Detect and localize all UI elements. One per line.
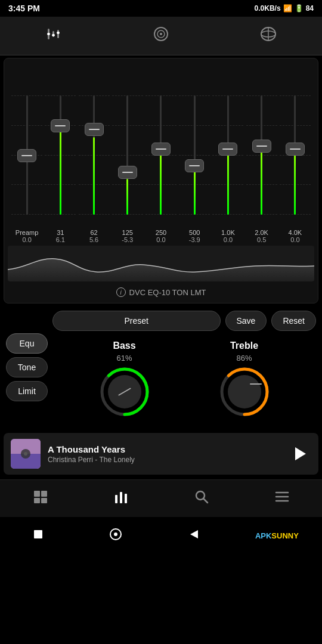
thumb-31[interactable]: [51, 119, 70, 132]
preset-button[interactable]: Preset: [52, 311, 221, 331]
label-31: 31: [57, 229, 64, 236]
svg-rect-32: [34, 530, 42, 538]
svg-rect-3: [47, 33, 50, 35]
slider-62[interactable]: [83, 83, 105, 227]
thumb-1k[interactable]: [218, 143, 237, 156]
thumb-500[interactable]: [185, 159, 204, 172]
slider-1k[interactable]: [217, 83, 239, 227]
fill-4k: [294, 155, 296, 215]
fill-2k: [261, 152, 262, 215]
fill-250: [160, 155, 162, 215]
treble-label: Treble: [230, 340, 258, 351]
label-1k: 1.0K: [221, 229, 235, 236]
eq-band-125: 125 -5.3: [111, 83, 144, 243]
eq-band-preamp: Preamp 0.0: [10, 83, 44, 243]
status-time: 3:45 PM: [8, 4, 40, 13]
value-62: 5.6: [89, 236, 98, 243]
label-500: 500: [189, 229, 200, 236]
info-icon: i: [116, 287, 126, 297]
right-controls-section: Preset Save Reset Bass 61%: [52, 311, 316, 423]
nav-search[interactable]: [185, 487, 218, 510]
battery-level: 84: [306, 4, 314, 13]
treble-knob[interactable]: [218, 365, 271, 419]
eq-curve: [8, 246, 314, 281]
nav-visualizer[interactable]: [104, 488, 138, 509]
label-62: 62: [90, 229, 97, 236]
svg-rect-26: [125, 494, 127, 503]
system-nav: APKSUNNY: [0, 517, 322, 554]
tab-spatial[interactable]: [248, 23, 289, 49]
nav-home[interactable]: [24, 488, 57, 509]
thumb-4k[interactable]: [286, 143, 305, 156]
slider-500[interactable]: [184, 83, 205, 227]
tab-tone[interactable]: [141, 23, 181, 49]
top-controls-row: Preset Save Reset: [52, 311, 316, 331]
eq-band-31: 31 6.1: [44, 83, 77, 243]
knobs-area: Bass 61% Treble 86%: [52, 336, 316, 423]
fill-500: [194, 172, 196, 215]
label-250: 250: [156, 229, 166, 236]
limit-button[interactable]: Limit: [6, 381, 48, 401]
thumb-250[interactable]: [151, 143, 171, 156]
track-title: A Thousand Years: [48, 444, 283, 454]
value-500: -3.9: [189, 236, 200, 243]
equ-button[interactable]: Equ: [6, 333, 48, 354]
bass-label: Bass: [113, 340, 135, 351]
slider-250[interactable]: [150, 83, 172, 227]
save-button[interactable]: Save: [225, 311, 267, 331]
value-250: 0.0: [156, 236, 165, 243]
thumb-62[interactable]: [85, 123, 104, 136]
label-125: 125: [122, 229, 133, 236]
fill-62: [93, 137, 95, 215]
fill-31: [60, 131, 61, 215]
tone-button[interactable]: Tone: [6, 357, 48, 377]
svg-rect-5: [57, 32, 60, 34]
svg-rect-24: [115, 495, 117, 503]
battery-icon: 🔋: [295, 4, 304, 13]
slider-125[interactable]: [117, 83, 138, 227]
value-preamp: 0.0: [22, 236, 31, 243]
status-bar: 3:45 PM 0.0KB/s 📶 🔋 84: [0, 0, 322, 17]
svg-point-34: [114, 532, 117, 536]
reset-button[interactable]: Reset: [271, 311, 316, 331]
eq-section: Preamp 0.0 31 6.1: [4, 58, 318, 304]
slider-4k[interactable]: [284, 83, 306, 227]
bass-knob[interactable]: [98, 365, 151, 419]
slider-31[interactable]: [49, 83, 71, 227]
eq-band-1k: 1.0K 0.0: [211, 83, 244, 243]
label-2k: 2.0K: [255, 229, 268, 236]
sys-home-button[interactable]: [100, 525, 132, 546]
album-art: [11, 439, 41, 469]
thumb-125[interactable]: [118, 166, 137, 179]
nav-menu[interactable]: [265, 488, 299, 509]
play-button[interactable]: [290, 443, 311, 465]
sys-back-button[interactable]: [179, 527, 209, 544]
sys-stop-button[interactable]: [23, 527, 53, 544]
svg-line-28: [203, 499, 208, 503]
svg-rect-21: [41, 491, 47, 497]
eq-sliders-container: Preamp 0.0 31 6.1: [8, 64, 314, 243]
track-info: A Thousand Years Christina Perri - The L…: [48, 444, 283, 464]
track-artist: Christina Perri - The Lonely: [48, 456, 283, 464]
eq-band-4k: 4.0K 0.0: [278, 83, 312, 243]
svg-point-19: [24, 452, 27, 456]
svg-rect-20: [34, 491, 40, 497]
label-preamp: Preamp: [16, 229, 39, 236]
value-4k: 0.0: [290, 236, 299, 243]
treble-knob-group: Treble 86%: [218, 340, 271, 419]
now-playing-bar: A Thousand Years Christina Perri - The L…: [4, 433, 318, 475]
value-31: 6.1: [56, 236, 65, 243]
thumb-2k[interactable]: [252, 140, 271, 153]
bass-value: 61%: [116, 354, 132, 363]
controls-row: Equ Tone Limit Preset Save Reset Bass 61…: [0, 306, 322, 428]
label-4k: 4.0K: [289, 229, 302, 236]
slider-2k[interactable]: [251, 83, 273, 227]
brand-logo: APKSUNNY: [255, 531, 299, 540]
tab-equalizer[interactable]: [33, 24, 74, 48]
thumb-preamp[interactable]: [17, 149, 36, 162]
eq-band-500: 500 -3.9: [178, 83, 211, 243]
eq-band-62: 62 5.6: [77, 83, 110, 243]
bass-knob-group: Bass 61%: [98, 340, 151, 419]
play-icon: [295, 447, 306, 460]
slider-preamp[interactable]: [16, 83, 38, 227]
